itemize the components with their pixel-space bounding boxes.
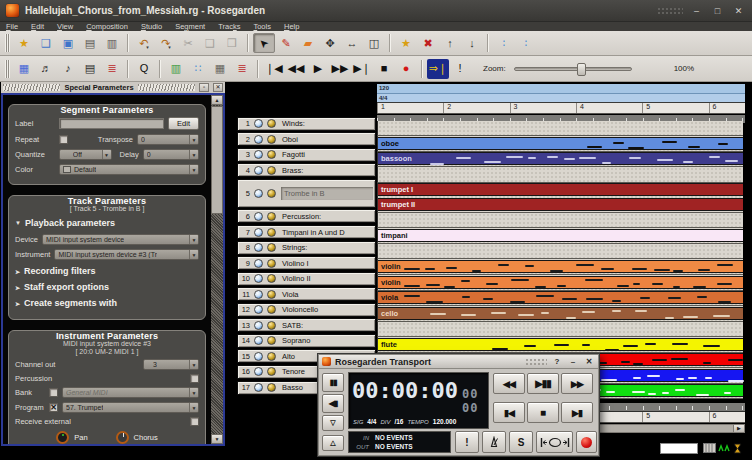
mute-led[interactable] xyxy=(254,212,263,221)
mute-led[interactable] xyxy=(254,290,263,299)
track-row[interactable]: 8Strings: xyxy=(237,241,376,255)
mute-led[interactable] xyxy=(254,336,263,345)
mute-led[interactable] xyxy=(254,259,263,268)
record-arm-led[interactable] xyxy=(267,119,276,128)
track-row[interactable]: 9Violino I xyxy=(237,256,376,270)
record-arm-led[interactable] xyxy=(267,259,276,268)
zoom-slider[interactable] xyxy=(514,67,632,71)
bar-ruler-top[interactable]: 123456 xyxy=(377,103,745,114)
dock-float-button[interactable]: ▫ xyxy=(199,83,209,92)
record-button[interactable]: ● xyxy=(395,59,417,79)
transport-titlebar[interactable]: Rosegarden Transport ? – ✕ xyxy=(319,355,598,369)
maximize-button[interactable]: □ xyxy=(710,4,725,18)
playback-begin-button[interactable]: ❘◀ xyxy=(263,59,285,79)
mute-led[interactable] xyxy=(254,135,263,144)
mute-led[interactable] xyxy=(254,321,263,330)
loop-button[interactable] xyxy=(536,431,573,453)
draw-tool-button[interactable]: ✎ xyxy=(275,33,297,53)
save-file-button[interactable]: ▣ xyxy=(57,33,79,53)
rewind-button[interactable]: ◀◀ xyxy=(285,59,307,79)
mute-led[interactable] xyxy=(254,352,263,361)
track-row[interactable]: 6Percussion: xyxy=(237,209,376,223)
track-row[interactable]: 5Trombe in B xyxy=(237,179,376,208)
canvas-track-lane[interactable] xyxy=(377,167,743,183)
undo-button[interactable]: ↶▾ xyxy=(133,33,155,53)
play-button[interactable]: ▶▮▮ xyxy=(527,373,559,394)
bar-number[interactable]: 4 xyxy=(576,103,642,113)
paste-button[interactable]: ❒ xyxy=(221,33,243,53)
matrix-editor-button[interactable]: ▦ xyxy=(13,59,35,79)
track-row[interactable]: 2Oboi xyxy=(237,132,376,146)
resize-tool-button[interactable]: ↔ xyxy=(341,33,363,53)
section-header-staff-export-options[interactable]: ➤Staff export options xyxy=(15,282,199,292)
bar-number[interactable]: 2 xyxy=(443,103,509,113)
add-track-button[interactable]: ★ xyxy=(395,33,417,53)
rewind-to-start-button[interactable]: ◀▮ xyxy=(322,394,344,413)
print-button[interactable]: ▤ xyxy=(79,33,101,53)
dock-close-button[interactable]: ✕ xyxy=(213,83,223,92)
mute-all-button[interactable]: ∶ xyxy=(493,33,515,53)
quantize-button[interactable]: Q xyxy=(133,59,155,79)
unmute-all-button[interactable]: ∶ xyxy=(515,33,537,53)
bar-number[interactable]: 5 xyxy=(642,412,708,422)
quantize-select[interactable]: Off xyxy=(59,149,112,160)
record-arm-led[interactable] xyxy=(267,166,276,175)
playback-parameters-header[interactable]: ▼ Playback parameters xyxy=(15,218,199,228)
stop-button[interactable]: ■ xyxy=(373,59,395,79)
edit-button[interactable]: Edit xyxy=(168,117,199,130)
titlebar[interactable]: Hallelujah_Chorus_from_Messiah.rg - Rose… xyxy=(0,0,752,22)
program-select[interactable]: 57. Trumpet xyxy=(62,402,199,413)
record-arm-led[interactable] xyxy=(267,189,276,198)
track-row[interactable]: 13SATB: xyxy=(237,318,376,332)
dock-titlebar[interactable]: Special Parameters ▫ ✕ xyxy=(1,82,225,93)
manage-tracks-button[interactable]: ▥ xyxy=(165,59,187,79)
channel-out-select[interactable]: 3 xyxy=(143,359,199,370)
metronome-button[interactable] xyxy=(482,431,506,453)
to-end-button[interactable]: ▶▮ xyxy=(561,402,593,423)
mute-led[interactable] xyxy=(254,150,263,159)
new-file-button[interactable]: ★ xyxy=(13,33,35,53)
section-header-recording-filters[interactable]: ➤Recording filters xyxy=(15,266,199,276)
track-row[interactable]: 7Timpani in A und D xyxy=(237,225,376,239)
event-list-editor-button[interactable]: ▤ xyxy=(79,59,101,79)
timesig-ruler[interactable]: 4/4 xyxy=(377,94,745,103)
bar-number[interactable]: 6 xyxy=(709,412,746,422)
canvas-track-lane[interactable]: bassoon xyxy=(377,152,743,168)
cut-button[interactable]: ✂ xyxy=(177,33,199,53)
toolbar-handle[interactable] xyxy=(5,34,10,52)
canvas-track-lane[interactable]: viola xyxy=(377,291,743,307)
pointer-to-cursor-button[interactable]: ⇒❘ xyxy=(427,59,449,79)
mute-led[interactable] xyxy=(254,367,263,376)
midi-monitor-button[interactable]: ≣ xyxy=(231,59,253,79)
menu-composition[interactable]: Composition xyxy=(86,22,128,31)
canvas-track-lane[interactable] xyxy=(377,213,743,229)
move-track-down-button[interactable]: ↓ xyxy=(461,33,483,53)
panic-button[interactable]: ! xyxy=(455,431,479,453)
device-select[interactable]: MIDI input system device xyxy=(42,234,199,245)
canvas-track-lane[interactable] xyxy=(377,322,743,338)
delay-select[interactable]: 0 xyxy=(143,149,199,160)
mute-led[interactable] xyxy=(254,305,263,314)
pitch-tracker-button[interactable]: ≣ xyxy=(101,59,123,79)
transport-help-button[interactable]: ? xyxy=(551,357,563,366)
record-button[interactable] xyxy=(576,431,597,453)
expand-down-button[interactable]: ▽ xyxy=(322,415,344,431)
close-button[interactable]: ✕ xyxy=(731,4,746,18)
record-arm-led[interactable] xyxy=(267,135,276,144)
move-tool-button[interactable]: ✥ xyxy=(319,33,341,53)
canvas-track-lane[interactable] xyxy=(377,244,743,260)
canvas-track-lane[interactable]: violin xyxy=(377,275,743,291)
menu-edit[interactable]: Edit xyxy=(31,22,44,31)
dock-scrollbar[interactable]: ▲ ▼ xyxy=(211,95,223,444)
copy-button[interactable]: ❑ xyxy=(199,33,221,53)
split-tool-button[interactable]: ◫ xyxy=(363,33,385,53)
record-arm-led[interactable] xyxy=(267,228,276,237)
bar-number[interactable]: 5 xyxy=(642,103,708,113)
pause-button[interactable]: ▮▮ xyxy=(322,373,344,392)
canvas-track-lane[interactable] xyxy=(377,121,743,137)
instrument-select[interactable]: MIDI input system device #3 (Tr xyxy=(54,249,199,260)
mute-led[interactable] xyxy=(254,243,263,252)
segment-oboe[interactable]: oboe xyxy=(378,137,743,150)
scrollbar-thumb[interactable] xyxy=(211,106,223,214)
solo-button[interactable]: S xyxy=(509,431,533,453)
